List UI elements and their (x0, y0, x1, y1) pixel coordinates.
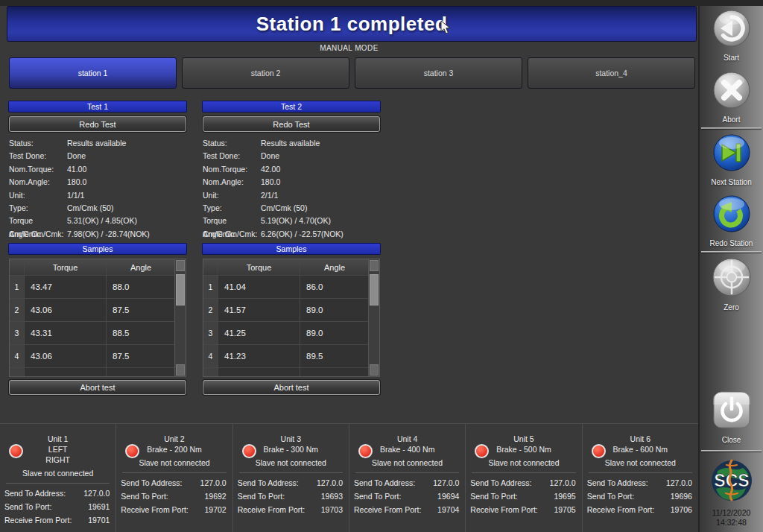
info-row: Unit:2/1/1 (203, 189, 380, 202)
redo-station-label: Redo Station (700, 239, 763, 247)
scroll-up-button[interactable] (370, 260, 379, 271)
sidebar-divider (701, 127, 762, 129)
abort-test-button-2[interactable]: Abort test (203, 380, 380, 395)
info-row: Type:Cm/Cmk (50) (203, 202, 380, 215)
station-tab-1[interactable]: station 1 (9, 57, 177, 89)
unit-status: Slave not connected (0, 469, 115, 478)
status-led-icon (9, 444, 23, 458)
unit-row: Receive From Port:19703 (238, 503, 343, 516)
table-row[interactable]: 143.4788.0 (10, 276, 175, 299)
table-row[interactable]: 241.5789.0 (203, 299, 369, 322)
scroll-down-button[interactable] (370, 364, 379, 376)
status-title-text: Station 1 completed (256, 13, 448, 35)
torque-column-header: Torque (218, 259, 300, 276)
unit-panel-6: Unit 6 Brake - 600 Nm Slave not connecte… (583, 424, 698, 532)
info-row: Angle Cm/Cmk:7.98(OK) / -28.74(NOK) (9, 228, 186, 241)
corner-cell (10, 259, 25, 276)
unit-row: Receive From Port:19702 (121, 503, 226, 516)
angle-column-header: Angle (300, 259, 369, 276)
table-row[interactable]: 341.2589.0 (203, 322, 369, 345)
scs-logo-icon: SCS (709, 456, 755, 504)
info-row: Nom.Torque:41.00 (9, 163, 186, 176)
unit-panel-1: Unit 1 LEFT RIGHT Slave not connected Se… (0, 424, 116, 532)
info-row: Test Done:Done (9, 150, 186, 162)
zero-button[interactable]: Zero (700, 257, 763, 311)
status-led-icon (242, 444, 256, 458)
unit-row: Send To Address:127.0.0 (121, 476, 226, 490)
station-tab-4[interactable]: station_4 (528, 57, 695, 89)
test-2-header: Test 2 (203, 101, 380, 112)
unit-row: Receive From Port:19706 (587, 503, 692, 516)
table-row[interactable]: 343.3188.5 (10, 322, 175, 345)
table-scrollbar[interactable] (368, 259, 379, 376)
units-bar: Unit 1 LEFT RIGHT Slave not connected Se… (0, 423, 698, 532)
unit-name: Unit 1 (0, 434, 115, 444)
unit-status: Slave not connected (466, 458, 581, 467)
table-row[interactable]: 441.2389.5 (203, 345, 369, 368)
table-row[interactable]: 543.3889.0 (10, 368, 175, 377)
table-row[interactable]: 443.0687.5 (10, 345, 175, 368)
scs-logo: SCS (700, 456, 763, 507)
start-label: Start (700, 54, 763, 62)
unit-panel-5: Unit 5 Brake - 500 Nm Slave not connecte… (466, 424, 582, 532)
scroll-up-button[interactable] (176, 260, 185, 271)
scroll-down-button[interactable] (176, 364, 185, 376)
divider (589, 472, 692, 473)
sidebar: Start Abort Next Station Redo Station (698, 0, 763, 532)
close-button[interactable]: Close (700, 390, 763, 444)
samples-table-2: Torque Angle 141.0486.0 241.5789.0 341.2… (203, 259, 380, 377)
unit-row: Send To Address:127.0.0 (470, 476, 575, 490)
test-1-header: Test 1 (9, 101, 186, 112)
unit-row: Receive From Port:19701 (4, 513, 110, 527)
unit-name: Unit 2 (116, 434, 232, 444)
samples-table-1: Torque Angle 143.4788.0 243.0687.5 343.3… (9, 259, 186, 377)
scroll-thumb[interactable] (176, 274, 185, 305)
abort-test-button-1[interactable]: Abort test (9, 380, 186, 395)
unit-row: Send To Address:127.0.0 (354, 476, 459, 490)
status-led-icon (475, 444, 489, 458)
info-row: Nom.Torque:42.00 (203, 163, 380, 176)
unit-panel-3: Unit 3 Brake - 300 Nm Slave not connecte… (233, 424, 349, 532)
next-station-button[interactable]: Next Station (700, 133, 763, 186)
close-icon (712, 390, 752, 430)
zero-label: Zero (700, 303, 763, 311)
status-led-icon (125, 444, 139, 458)
time-label: 14:32:48 (700, 518, 763, 528)
abort-button[interactable]: Abort (700, 71, 763, 124)
table-row[interactable]: 541.5789.0 (203, 368, 369, 377)
redo-test-button-2[interactable]: Redo Test (203, 116, 380, 132)
start-icon (712, 9, 751, 48)
angle-column-header: Angle (107, 259, 175, 276)
table-row[interactable]: 243.0687.5 (10, 299, 175, 322)
unit-status: Slave not connected (583, 458, 698, 467)
table-scrollbar[interactable] (174, 259, 186, 376)
date-label: 11/12/2020 (700, 508, 763, 518)
divider (6, 483, 110, 484)
unit-name: Unit 5 (466, 434, 581, 444)
station-tab-3[interactable]: station 3 (355, 57, 522, 89)
redo-station-button[interactable]: Redo Station (700, 194, 763, 247)
unit-status: Slave not connected (349, 458, 465, 467)
info-row: Torque Cm/Cmk:5.19(OK) / 4.70(OK) (203, 215, 380, 227)
mouse-cursor-icon (440, 20, 452, 38)
station-tab-2[interactable]: station 2 (182, 57, 349, 89)
status-led-icon (358, 444, 373, 458)
unit-row: Send To Port:19696 (587, 490, 692, 503)
unit-row: Send To Port:19695 (470, 490, 575, 503)
table-row[interactable]: 141.0486.0 (203, 276, 369, 299)
start-button[interactable]: Start (700, 9, 763, 62)
unit-name: Unit 4 (349, 434, 465, 444)
info-row: Angle Cm/Cmk:6.26(OK) / -22.57(NOK) (203, 228, 380, 241)
scroll-thumb[interactable] (370, 274, 379, 305)
unit-row: Send To Port:19693 (238, 490, 343, 503)
unit-status: Slave not connected (116, 458, 232, 467)
info-row: Type:Cm/Cmk (50) (9, 202, 186, 215)
abort-label: Abort (700, 115, 763, 124)
redo-test-button-1[interactable]: Redo Test (9, 116, 186, 132)
unit-row: Send To Address:127.0.0 (587, 476, 692, 490)
torque-column-header: Torque (25, 259, 107, 276)
unit-row: Send To Port:19692 (121, 490, 226, 503)
sidebar-divider (701, 450, 762, 452)
redo-station-icon (712, 194, 751, 233)
unit-row: Receive From Port:19704 (354, 503, 459, 516)
